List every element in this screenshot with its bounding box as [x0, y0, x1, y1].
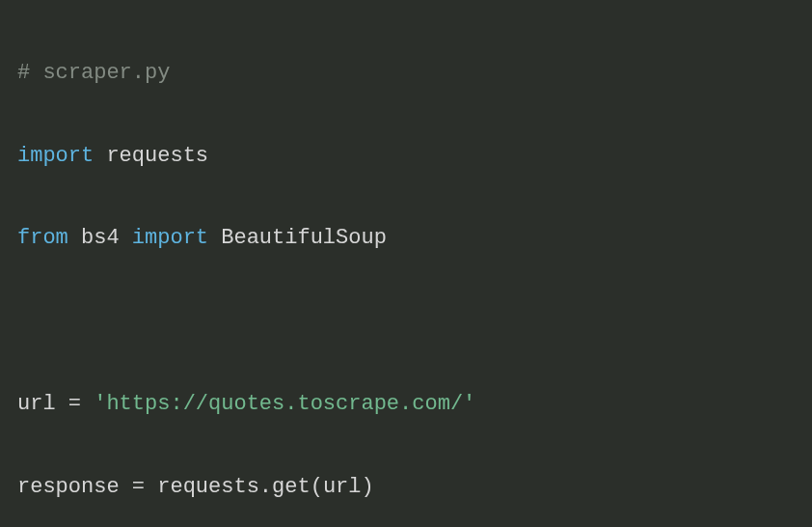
- module-requests: requests: [106, 144, 208, 168]
- class-beautifulsoup: BeautifulSoup: [221, 226, 387, 250]
- module-requests: requests: [157, 475, 259, 499]
- dot: .: [259, 475, 272, 499]
- code-line-2: import requests: [17, 136, 795, 178]
- operator-assign: =: [132, 475, 145, 499]
- keyword-import: import: [132, 226, 208, 250]
- paren-close: ): [361, 475, 373, 499]
- var-url: url: [17, 392, 56, 416]
- code-block: # scraper.py import requests from bs4 im…: [17, 12, 795, 527]
- var-response: response: [17, 475, 120, 499]
- operator-assign: =: [68, 392, 81, 416]
- keyword-import: import: [17, 144, 94, 168]
- keyword-from: from: [17, 226, 68, 250]
- code-line-3: from bs4 import BeautifulSoup: [17, 218, 795, 260]
- comment: # scraper.py: [17, 61, 170, 85]
- module-bs4: bs4: [81, 226, 120, 250]
- code-line-6: response = requests.get(url): [17, 467, 795, 509]
- code-line-1: # scraper.py: [17, 53, 795, 95]
- paren-open: (: [311, 475, 323, 499]
- arg-url: url: [323, 475, 362, 499]
- blank-line: [17, 301, 795, 343]
- code-line-5: url = 'https://quotes.toscrape.com/': [17, 384, 795, 426]
- string-url: 'https://quotes.toscrape.com/': [94, 392, 475, 416]
- fn-get: get: [272, 475, 311, 499]
